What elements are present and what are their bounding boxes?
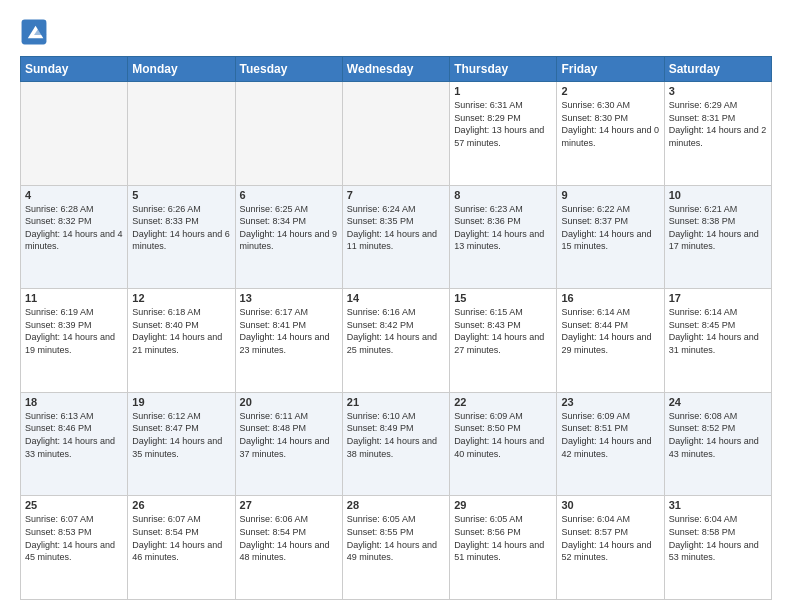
day-info: Sunrise: 6:14 AMSunset: 8:44 PMDaylight:… <box>561 306 659 356</box>
day-info: Sunrise: 6:12 AMSunset: 8:47 PMDaylight:… <box>132 410 230 460</box>
day-number: 12 <box>132 292 230 304</box>
day-info: Sunrise: 6:07 AMSunset: 8:54 PMDaylight:… <box>132 513 230 563</box>
calendar-cell: 3Sunrise: 6:29 AMSunset: 8:31 PMDaylight… <box>664 82 771 186</box>
calendar-cell: 19Sunrise: 6:12 AMSunset: 8:47 PMDayligh… <box>128 392 235 496</box>
day-info: Sunrise: 6:11 AMSunset: 8:48 PMDaylight:… <box>240 410 338 460</box>
day-header-monday: Monday <box>128 57 235 82</box>
day-number: 16 <box>561 292 659 304</box>
calendar-cell: 11Sunrise: 6:19 AMSunset: 8:39 PMDayligh… <box>21 289 128 393</box>
calendar-table: SundayMondayTuesdayWednesdayThursdayFrid… <box>20 56 772 600</box>
calendar-cell <box>342 82 449 186</box>
calendar-cell: 20Sunrise: 6:11 AMSunset: 8:48 PMDayligh… <box>235 392 342 496</box>
day-number: 29 <box>454 499 552 511</box>
calendar-week-row: 25Sunrise: 6:07 AMSunset: 8:53 PMDayligh… <box>21 496 772 600</box>
calendar-cell: 7Sunrise: 6:24 AMSunset: 8:35 PMDaylight… <box>342 185 449 289</box>
calendar-cell: 6Sunrise: 6:25 AMSunset: 8:34 PMDaylight… <box>235 185 342 289</box>
calendar-cell: 13Sunrise: 6:17 AMSunset: 8:41 PMDayligh… <box>235 289 342 393</box>
day-info: Sunrise: 6:19 AMSunset: 8:39 PMDaylight:… <box>25 306 123 356</box>
calendar-cell: 15Sunrise: 6:15 AMSunset: 8:43 PMDayligh… <box>450 289 557 393</box>
calendar-cell: 14Sunrise: 6:16 AMSunset: 8:42 PMDayligh… <box>342 289 449 393</box>
day-number: 25 <box>25 499 123 511</box>
day-number: 2 <box>561 85 659 97</box>
day-number: 14 <box>347 292 445 304</box>
calendar-cell: 31Sunrise: 6:04 AMSunset: 8:58 PMDayligh… <box>664 496 771 600</box>
calendar-cell <box>21 82 128 186</box>
calendar-cell: 26Sunrise: 6:07 AMSunset: 8:54 PMDayligh… <box>128 496 235 600</box>
header <box>20 18 772 46</box>
day-header-friday: Friday <box>557 57 664 82</box>
calendar-cell: 29Sunrise: 6:05 AMSunset: 8:56 PMDayligh… <box>450 496 557 600</box>
day-number: 15 <box>454 292 552 304</box>
day-info: Sunrise: 6:09 AMSunset: 8:51 PMDaylight:… <box>561 410 659 460</box>
day-info: Sunrise: 6:05 AMSunset: 8:56 PMDaylight:… <box>454 513 552 563</box>
calendar-cell: 21Sunrise: 6:10 AMSunset: 8:49 PMDayligh… <box>342 392 449 496</box>
calendar-week-row: 1Sunrise: 6:31 AMSunset: 8:29 PMDaylight… <box>21 82 772 186</box>
calendar-cell: 10Sunrise: 6:21 AMSunset: 8:38 PMDayligh… <box>664 185 771 289</box>
calendar-cell: 16Sunrise: 6:14 AMSunset: 8:44 PMDayligh… <box>557 289 664 393</box>
day-info: Sunrise: 6:29 AMSunset: 8:31 PMDaylight:… <box>669 99 767 149</box>
calendar-cell: 30Sunrise: 6:04 AMSunset: 8:57 PMDayligh… <box>557 496 664 600</box>
day-number: 1 <box>454 85 552 97</box>
calendar-cell: 12Sunrise: 6:18 AMSunset: 8:40 PMDayligh… <box>128 289 235 393</box>
day-info: Sunrise: 6:25 AMSunset: 8:34 PMDaylight:… <box>240 203 338 253</box>
day-number: 6 <box>240 189 338 201</box>
day-info: Sunrise: 6:31 AMSunset: 8:29 PMDaylight:… <box>454 99 552 149</box>
day-number: 5 <box>132 189 230 201</box>
day-number: 3 <box>669 85 767 97</box>
day-info: Sunrise: 6:04 AMSunset: 8:58 PMDaylight:… <box>669 513 767 563</box>
day-info: Sunrise: 6:13 AMSunset: 8:46 PMDaylight:… <box>25 410 123 460</box>
day-header-saturday: Saturday <box>664 57 771 82</box>
day-number: 22 <box>454 396 552 408</box>
day-number: 21 <box>347 396 445 408</box>
day-info: Sunrise: 6:24 AMSunset: 8:35 PMDaylight:… <box>347 203 445 253</box>
day-number: 13 <box>240 292 338 304</box>
calendar-week-row: 4Sunrise: 6:28 AMSunset: 8:32 PMDaylight… <box>21 185 772 289</box>
day-number: 24 <box>669 396 767 408</box>
calendar-header-row: SundayMondayTuesdayWednesdayThursdayFrid… <box>21 57 772 82</box>
day-info: Sunrise: 6:09 AMSunset: 8:50 PMDaylight:… <box>454 410 552 460</box>
day-number: 27 <box>240 499 338 511</box>
day-number: 10 <box>669 189 767 201</box>
day-number: 20 <box>240 396 338 408</box>
day-number: 7 <box>347 189 445 201</box>
calendar-cell: 2Sunrise: 6:30 AMSunset: 8:30 PMDaylight… <box>557 82 664 186</box>
calendar-cell: 1Sunrise: 6:31 AMSunset: 8:29 PMDaylight… <box>450 82 557 186</box>
calendar-cell: 8Sunrise: 6:23 AMSunset: 8:36 PMDaylight… <box>450 185 557 289</box>
day-number: 23 <box>561 396 659 408</box>
day-header-sunday: Sunday <box>21 57 128 82</box>
day-number: 26 <box>132 499 230 511</box>
day-info: Sunrise: 6:05 AMSunset: 8:55 PMDaylight:… <box>347 513 445 563</box>
calendar-cell: 22Sunrise: 6:09 AMSunset: 8:50 PMDayligh… <box>450 392 557 496</box>
day-number: 8 <box>454 189 552 201</box>
day-info: Sunrise: 6:07 AMSunset: 8:53 PMDaylight:… <box>25 513 123 563</box>
calendar-cell: 27Sunrise: 6:06 AMSunset: 8:54 PMDayligh… <box>235 496 342 600</box>
calendar-cell <box>235 82 342 186</box>
calendar-cell: 17Sunrise: 6:14 AMSunset: 8:45 PMDayligh… <box>664 289 771 393</box>
day-number: 18 <box>25 396 123 408</box>
day-info: Sunrise: 6:18 AMSunset: 8:40 PMDaylight:… <box>132 306 230 356</box>
day-info: Sunrise: 6:22 AMSunset: 8:37 PMDaylight:… <box>561 203 659 253</box>
calendar-cell: 28Sunrise: 6:05 AMSunset: 8:55 PMDayligh… <box>342 496 449 600</box>
day-number: 28 <box>347 499 445 511</box>
calendar-cell: 18Sunrise: 6:13 AMSunset: 8:46 PMDayligh… <box>21 392 128 496</box>
day-info: Sunrise: 6:14 AMSunset: 8:45 PMDaylight:… <box>669 306 767 356</box>
day-number: 19 <box>132 396 230 408</box>
calendar-cell <box>128 82 235 186</box>
calendar-week-row: 11Sunrise: 6:19 AMSunset: 8:39 PMDayligh… <box>21 289 772 393</box>
day-info: Sunrise: 6:16 AMSunset: 8:42 PMDaylight:… <box>347 306 445 356</box>
page: SundayMondayTuesdayWednesdayThursdayFrid… <box>0 0 792 612</box>
day-info: Sunrise: 6:21 AMSunset: 8:38 PMDaylight:… <box>669 203 767 253</box>
calendar-cell: 9Sunrise: 6:22 AMSunset: 8:37 PMDaylight… <box>557 185 664 289</box>
calendar-cell: 25Sunrise: 6:07 AMSunset: 8:53 PMDayligh… <box>21 496 128 600</box>
logo-icon <box>20 18 48 46</box>
logo <box>20 18 52 46</box>
day-number: 30 <box>561 499 659 511</box>
day-number: 17 <box>669 292 767 304</box>
day-info: Sunrise: 6:30 AMSunset: 8:30 PMDaylight:… <box>561 99 659 149</box>
day-info: Sunrise: 6:08 AMSunset: 8:52 PMDaylight:… <box>669 410 767 460</box>
day-info: Sunrise: 6:28 AMSunset: 8:32 PMDaylight:… <box>25 203 123 253</box>
day-number: 4 <box>25 189 123 201</box>
calendar-cell: 4Sunrise: 6:28 AMSunset: 8:32 PMDaylight… <box>21 185 128 289</box>
day-info: Sunrise: 6:04 AMSunset: 8:57 PMDaylight:… <box>561 513 659 563</box>
day-header-thursday: Thursday <box>450 57 557 82</box>
